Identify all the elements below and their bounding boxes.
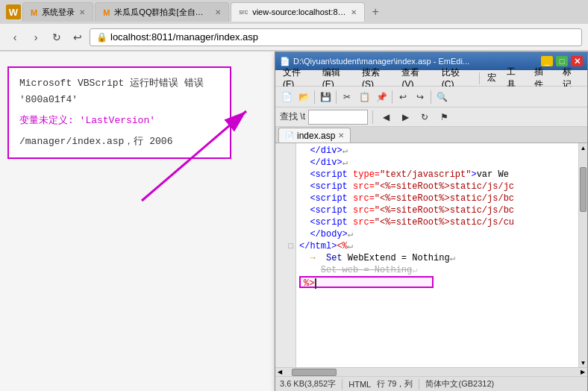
- tab-3-icon: src: [239, 8, 248, 16]
- editor-tab-label: index.asp: [297, 131, 335, 141]
- code-line-3: <script type="text/javascript">var We: [299, 169, 584, 181]
- address-bar[interactable]: 🔒 localhost:8011/manager/index.asp: [90, 28, 582, 46]
- toolbar-copy[interactable]: 📋: [356, 89, 372, 105]
- nav-bar: ‹ › ↻ ↩ 🔒 localhost:8011/manager/index.a…: [0, 24, 588, 51]
- error-var-line: 变量未定义: 'LastVersion': [19, 115, 155, 126]
- code-line-4: <script src="<%=siteRoot%>static/js/jc: [299, 181, 584, 193]
- back-button[interactable]: ‹: [6, 28, 24, 46]
- toolbar-find[interactable]: 🔍: [434, 89, 450, 105]
- toolbar-cut[interactable]: ✂: [339, 89, 355, 105]
- tab-3-label: view-source:localhost:8011...: [252, 7, 346, 16]
- tab-2-icon: M: [103, 8, 110, 17]
- scroll-down-button[interactable]: ▼: [579, 358, 587, 367]
- toolbar-paste[interactable]: 📌: [373, 89, 390, 105]
- status-encoding: 简体中文(GB2312): [425, 378, 494, 390]
- search-bar: 查找 \t ◀ ▶ ↻ ⚑: [275, 107, 587, 127]
- cursor-indicator: [315, 278, 322, 289]
- code-line-9: </html><%↵: [299, 240, 584, 252]
- editor-doc-icon: 📄: [280, 57, 290, 66]
- lock-icon: 🔒: [96, 32, 107, 43]
- editor-tab-index[interactable]: 📄 index.asp ✕: [278, 128, 351, 143]
- search-next-btn[interactable]: ▶: [397, 109, 413, 125]
- editor-toolbar: 📄 📂 💾 ✂ 📋 📌 ↩ ↪ 🔍: [275, 87, 587, 107]
- status-size: 3.6 KB(3,852字: [280, 378, 336, 390]
- tab-1-close[interactable]: ✕: [79, 8, 85, 16]
- code-line-1: </div>↵: [299, 145, 584, 157]
- forward-button[interactable]: ›: [27, 28, 45, 46]
- editor-tabs: 📄 index.asp ✕: [275, 127, 587, 143]
- toolbar-sep-4: [431, 90, 431, 104]
- toolbar-sep-1: [314, 90, 315, 104]
- new-tab-button[interactable]: +: [366, 3, 384, 21]
- toolbar-undo[interactable]: ↩: [395, 89, 411, 105]
- tab-3[interactable]: src view-source:localhost:8011... ✕: [231, 2, 365, 22]
- toolbar-redo[interactable]: ↪: [412, 89, 428, 105]
- search-prev-btn[interactable]: ◀: [378, 109, 394, 125]
- toolbar-save[interactable]: 💾: [317, 89, 334, 105]
- tab-1-icon: M: [31, 8, 37, 17]
- line-num-9: □: [288, 240, 293, 252]
- vertical-scrollbar[interactable]: ▲ ▼: [578, 143, 587, 367]
- tab-2[interactable]: M 米瓜瓜QQ群拍卖[全自动机... ✕: [95, 2, 229, 22]
- search-refresh-btn[interactable]: ↻: [416, 109, 433, 125]
- tab-2-close[interactable]: ✕: [215, 8, 221, 16]
- tab-3-close[interactable]: ✕: [351, 8, 357, 16]
- editor-title-text: D:\Qiyuan\student\manager\index.asp - Em…: [293, 57, 538, 66]
- line-numbers: □: [275, 143, 296, 367]
- scroll-left-button[interactable]: ◀: [275, 368, 284, 376]
- code-line-11: Set web = Nothing↵: [299, 264, 584, 276]
- address-text: localhost:8011/manager/index.asp: [110, 31, 258, 43]
- browser-logo: W: [6, 4, 21, 19]
- editor-window: 📄 D:\Qiyuan\student\manager\index.asp - …: [275, 51, 588, 391]
- scroll-thumb[interactable]: [580, 167, 587, 212]
- status-type: HTML: [348, 380, 371, 389]
- search-label: 查找 \t: [280, 110, 305, 123]
- code-area[interactable]: □ </div>↵ </div>↵ <script type="text/jav…: [275, 143, 587, 367]
- code-line-2: </div>↵: [299, 157, 584, 169]
- toolbar-new[interactable]: 📄: [278, 89, 295, 105]
- error-box: Microsoft VBScript 运行时错误 错误 '800a01f4' 变…: [7, 66, 231, 159]
- toolbar-sep-3: [392, 90, 392, 104]
- tab-1[interactable]: M 系统登录 ✕: [22, 2, 93, 22]
- scroll-h-thumb[interactable]: [292, 369, 337, 376]
- toolbar-open[interactable]: 📂: [295, 89, 312, 105]
- tab-2-label: 米瓜瓜QQ群拍卖[全自动机...: [114, 7, 210, 18]
- search-sep: [372, 110, 373, 124]
- code-content: </div>↵ </div>↵ <script type="text/javas…: [296, 143, 587, 367]
- browser-chrome: W M 系统登录 ✕ M 米瓜瓜QQ群拍卖[全自动机... ✕ src view…: [0, 0, 588, 51]
- code-line-8: </body>↵: [299, 228, 584, 240]
- status-sep-2: [419, 379, 419, 390]
- search-input[interactable]: [308, 110, 368, 125]
- code-line-6: <script src="<%=siteRoot%>static/js/bc: [299, 204, 584, 216]
- scroll-right-button[interactable]: ▶: [578, 368, 587, 376]
- home-button[interactable]: ↩: [69, 28, 87, 46]
- toolbar-sep-2: [336, 90, 337, 104]
- status-sep-1: [342, 379, 343, 390]
- browser-content: Microsoft VBScript 运行时错误 错误 '800a01f4' 变…: [0, 51, 588, 391]
- menu-separator-1: [479, 72, 480, 84]
- code-line-7: <script src="<%=siteRoot%>static/js/cu: [299, 216, 584, 228]
- scroll-up-button[interactable]: ▲: [579, 143, 587, 152]
- tab-bar: W M 系统登录 ✕ M 米瓜瓜QQ群拍卖[全自动机... ✕ src view…: [0, 0, 588, 24]
- code-line-12: %>: [299, 276, 434, 288]
- editor-tab-icon: 📄: [285, 131, 294, 140]
- code-line-5: <script src="<%=siteRoot%>static/js/bc: [299, 193, 584, 204]
- status-line: 行 79，列: [377, 378, 413, 390]
- error-location-line: /manager/index.asp，行 2006: [19, 136, 172, 147]
- editor-statusbar: 3.6 KB(3,852字 HTML 行 79，列 简体中文(GB2312): [275, 376, 587, 391]
- horizontal-scrollbar[interactable]: ◀ ▶: [275, 367, 587, 376]
- refresh-button[interactable]: ↻: [48, 28, 66, 46]
- menu-macro[interactable]: 宏: [483, 71, 501, 85]
- code-line-10: → Set WebExtend = Nothing↵: [299, 252, 584, 264]
- tab-1-label: 系统登录: [42, 7, 75, 18]
- search-flag-btn[interactable]: ⚑: [436, 109, 452, 125]
- editor-tab-close[interactable]: ✕: [338, 131, 344, 140]
- error-title: Microsoft VBScript 运行时错误 错误 '800a01f4': [19, 75, 219, 108]
- editor-menubar: 文件(F) 编辑(E) 搜索(S) 查看(V) 比较(C) 宏 工具 插件 标记: [275, 70, 587, 87]
